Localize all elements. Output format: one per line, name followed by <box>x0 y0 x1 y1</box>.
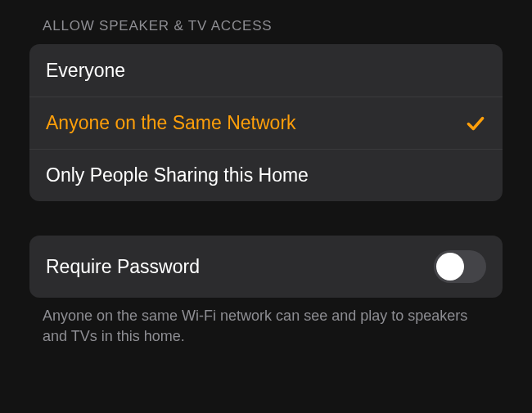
option-same-network[interactable]: Anyone on the Same Network <box>29 97 503 149</box>
option-label: Anyone on the Same Network <box>46 112 296 134</box>
password-group: Require Password <box>29 236 503 298</box>
option-sharing-home[interactable]: Only People Sharing this Home <box>29 149 503 201</box>
spacer <box>29 201 503 236</box>
require-password-label: Require Password <box>46 256 200 278</box>
section-header: ALLOW SPEAKER & TV ACCESS <box>29 18 503 34</box>
toggle-knob <box>436 253 464 281</box>
footer-description: Anyone on the same Wi-Fi network can see… <box>29 298 503 347</box>
option-label: Only People Sharing this Home <box>46 164 309 186</box>
checkmark-icon <box>465 113 486 134</box>
require-password-row[interactable]: Require Password <box>29 236 503 298</box>
require-password-toggle[interactable] <box>434 250 486 283</box>
access-options-group: Everyone Anyone on the Same Network Only… <box>29 44 503 201</box>
option-label: Everyone <box>46 60 125 82</box>
option-everyone[interactable]: Everyone <box>29 44 503 97</box>
